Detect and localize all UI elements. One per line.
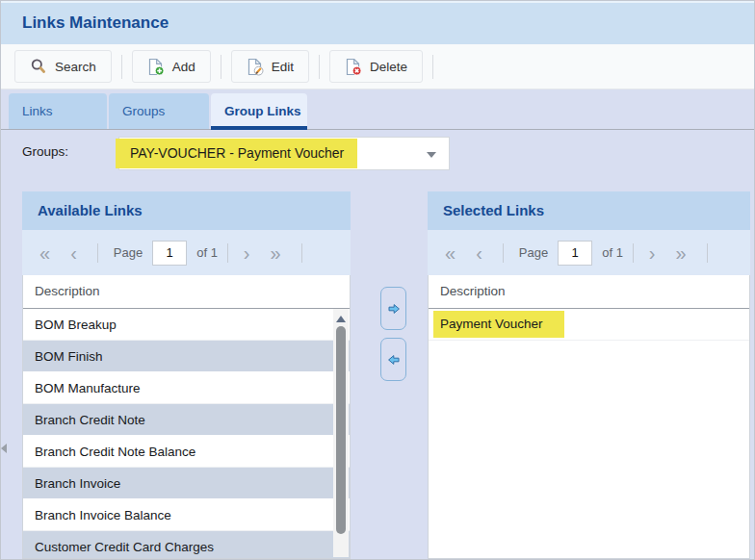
toolbar-divider — [221, 55, 221, 79]
pager-divider — [97, 243, 98, 263]
tab-group-links[interactable]: Group Links — [211, 93, 307, 129]
list-item[interactable]: BOM Breakup — [23, 309, 350, 341]
toolbar-divider — [121, 55, 122, 79]
edit-button[interactable]: Edit — [231, 50, 309, 83]
list-item[interactable]: Customer Credit Card Charges — [23, 531, 350, 559]
search-icon — [30, 58, 47, 75]
tab-links[interactable]: Links — [9, 93, 107, 129]
page-label: Page — [519, 245, 548, 260]
scroll-up-arrow-icon[interactable] — [336, 316, 346, 322]
groups-dropdown[interactable]: PAY-VOUCHER - Payment Voucher — [118, 137, 450, 170]
selected-links-pager: « ‹ Page of 1 › » — [428, 230, 750, 275]
selected-links-grid: Description Payment Voucher — [428, 275, 750, 559]
move-right-button[interactable] — [380, 287, 406, 330]
list-item[interactable]: Branch Credit Note Balance — [23, 436, 350, 468]
available-links-panel: Available Links « ‹ Page of 1 › » Descri… — [22, 191, 351, 559]
delete-button-label: Delete — [370, 60, 407, 74]
first-page-button[interactable]: « — [39, 243, 50, 263]
available-links-title: Available Links — [22, 191, 351, 230]
selected-links-panel: Selected Links « ‹ Page of 1 › » Descrip… — [428, 191, 750, 559]
edit-document-icon — [247, 58, 264, 76]
add-button-label: Add — [172, 60, 195, 74]
page-of-label: of 1 — [196, 245, 218, 260]
chevron-down-icon — [427, 152, 436, 158]
toolbar-divider — [432, 55, 433, 79]
groups-dropdown-value: PAY-VOUCHER - Payment Voucher — [116, 139, 357, 168]
vertical-scrollbar[interactable] — [333, 309, 349, 557]
page-label: Page — [114, 245, 143, 260]
delete-document-icon — [345, 58, 362, 76]
available-links-grid: Description BOM Breakup BOM Finish BOM M… — [22, 275, 351, 559]
tab-groups[interactable]: Groups — [109, 93, 209, 129]
pager-divider — [633, 243, 634, 263]
column-header-description: Description — [23, 275, 350, 309]
selected-links-title: Selected Links — [428, 191, 750, 230]
arrow-right-icon — [387, 303, 401, 315]
search-button-label: Search — [55, 60, 96, 74]
list-item[interactable]: BOM Manufacture — [23, 372, 350, 404]
pager-divider — [301, 243, 302, 263]
prev-page-button[interactable]: ‹ — [476, 243, 482, 263]
collapse-handle-icon[interactable] — [1, 444, 7, 453]
next-page-button[interactable]: › — [244, 243, 250, 263]
scrollbar-thumb[interactable] — [336, 326, 346, 534]
page-number-input[interactable] — [152, 241, 187, 266]
delete-button[interactable]: Delete — [329, 50, 423, 83]
search-button[interactable]: Search — [14, 50, 112, 83]
move-left-button[interactable] — [380, 338, 406, 381]
pager-divider — [227, 243, 228, 263]
list-item[interactable]: Payment Voucher — [429, 309, 749, 341]
available-links-pager: « ‹ Page of 1 › » — [22, 230, 351, 275]
last-page-button[interactable]: » — [676, 243, 687, 263]
last-page-button[interactable]: » — [271, 243, 281, 263]
pager-divider — [707, 243, 708, 263]
arrow-left-icon — [387, 354, 401, 366]
links-maintenance-window: Links Maintenance Search Add — [0, 0, 755, 560]
list-item[interactable]: Branch Invoice Balance — [23, 499, 350, 531]
pager-divider — [503, 243, 504, 263]
page-of-label: of 1 — [602, 245, 623, 260]
list-item[interactable]: Branch Credit Note — [23, 404, 350, 436]
toolbar-divider — [319, 55, 320, 79]
toolbar: Search Add Edit — [1, 44, 754, 89]
prev-page-button[interactable]: ‹ — [70, 243, 77, 263]
list-item[interactable]: Branch Invoice — [23, 468, 350, 499]
add-button[interactable]: Add — [132, 50, 211, 83]
window-titlebar: Links Maintenance — [1, 1, 754, 44]
add-document-icon — [147, 58, 165, 76]
page-number-input[interactable] — [558, 241, 592, 266]
tab-strip: Links Groups Group Links — [1, 89, 754, 130]
highlighted-link-label: Payment Voucher — [433, 311, 564, 338]
groups-label: Groups: — [22, 144, 68, 159]
page-title: Links Maintenance — [22, 13, 169, 33]
next-page-button[interactable]: › — [649, 243, 656, 263]
column-header-description: Description — [429, 275, 749, 309]
edit-button-label: Edit — [272, 60, 294, 74]
list-item[interactable]: BOM Finish — [23, 341, 350, 372]
first-page-button[interactable]: « — [445, 243, 456, 263]
